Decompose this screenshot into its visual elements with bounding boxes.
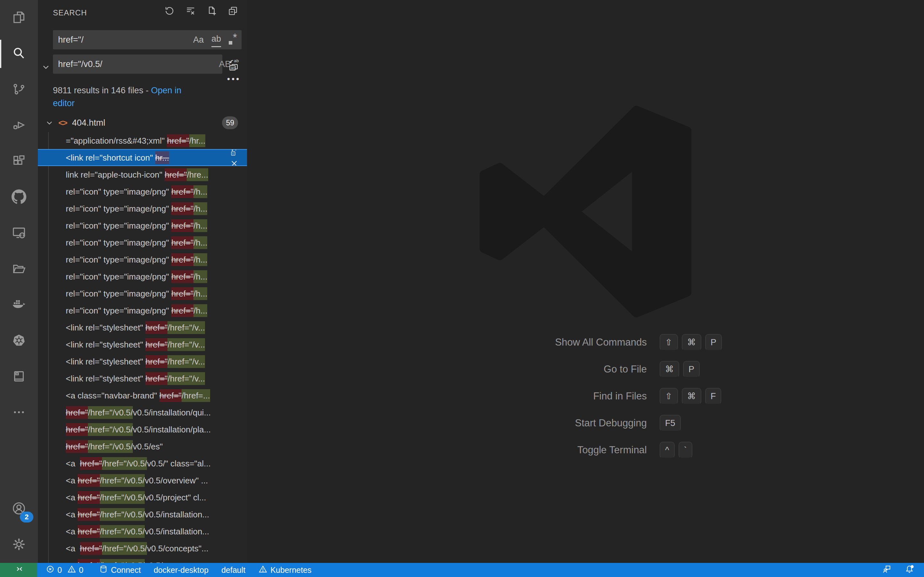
search-result-row[interactable]: rel="icon" type="image/png" href="/h... — [38, 234, 247, 251]
toggle-replace-button[interactable] — [40, 61, 52, 74]
search-result-row[interactable]: rel="icon" type="image/png" href="/h... — [38, 200, 247, 217]
feedback-icon[interactable] — [882, 564, 892, 576]
keyboard-key: F5 — [660, 415, 681, 432]
search-result-row[interactable]: rel="icon" type="image/png" href="/h... — [38, 268, 247, 285]
search-result-row[interactable]: <link rel="stylesheet" href="/href="/v..… — [38, 370, 247, 387]
result-text: rel="icon" type="image/png" — [66, 185, 171, 198]
chevron-down-icon — [41, 62, 51, 73]
inserted-text: /href="/v0.5/ — [100, 508, 145, 521]
search-result-row[interactable]: <link rel="shortcut icon" hr... b c — [38, 149, 247, 166]
keyboard-key: ⇧ — [660, 388, 678, 405]
namespace-status[interactable]: default — [221, 566, 246, 575]
search-result-row[interactable]: rel="icon" type="image/png" href="/h... — [38, 285, 247, 302]
search-result-row[interactable]: <a href="/href="/v0.5/v0.5/concepts"... — [38, 540, 247, 557]
files-icon — [11, 10, 26, 26]
dismiss-match-button[interactable] — [228, 158, 240, 166]
search-result-row[interactable]: rel="icon" type="image/png" href="/h... — [38, 183, 247, 200]
regex-dot — [229, 41, 232, 45]
search-result-row[interactable]: rel="icon" type="image/png" href="/h... — [38, 217, 247, 234]
sidebar-item-run-and-debug[interactable] — [0, 108, 38, 143]
search-result-row[interactable]: link rel="apple-touch-icon" href="/hre..… — [38, 166, 247, 183]
refresh-button[interactable] — [162, 5, 176, 19]
sidebar-item-source-control[interactable] — [0, 72, 38, 108]
sidebar-item-docker[interactable] — [0, 287, 38, 323]
removed-text: href=" — [165, 168, 187, 181]
open-new-search-editor-button[interactable] — [205, 5, 219, 19]
sidebar-item-folder-explorer[interactable] — [0, 251, 38, 287]
error-icon — [45, 564, 55, 576]
removed-text: href=" — [145, 338, 168, 351]
search-result-row[interactable]: <link rel="stylesheet" href="/href="/v..… — [38, 336, 247, 353]
match-case-toggle[interactable]: Aa — [193, 30, 204, 49]
result-text: v0.5/installation... — [145, 508, 209, 521]
result-text: <link rel="stylesheet" — [66, 372, 145, 385]
removed-text: href=" — [80, 542, 102, 555]
docker-icon — [11, 297, 26, 313]
search-result-row[interactable]: <a href="/href="/v0.5/v0.5/project" cl..… — [38, 489, 247, 506]
database-icon — [99, 564, 108, 576]
sidebar-item-github[interactable] — [0, 179, 38, 215]
result-text: v0.5/... — [145, 559, 170, 563]
sidebar-item-search[interactable] — [0, 36, 38, 72]
status-bar: 0 0 Connect docker-desktop default Kuber… — [0, 563, 924, 577]
search-result-row[interactable]: <link rel="stylesheet" href="/href="/v..… — [38, 353, 247, 370]
sidebar-item-extensions[interactable] — [0, 143, 38, 179]
search-result-row[interactable]: <link rel="stylesheet" href="/href="/v..… — [38, 319, 247, 336]
result-text: <link rel="shortcut icon" — [66, 151, 155, 164]
search-result-row[interactable]: rel="icon" type="image/png" href="/h... — [38, 251, 247, 268]
connect-status[interactable]: Connect — [99, 564, 141, 576]
sidebar-item-registries[interactable] — [0, 359, 38, 395]
clear-search-results-button[interactable] — [184, 5, 198, 19]
problems-status[interactable]: 0 0 — [45, 564, 86, 576]
search-result-row[interactable]: <a href="/href="/v0.5/v0.5/overview" ... — [38, 472, 247, 489]
result-text: v0.5/overview" ... — [145, 474, 208, 487]
remote-indicator[interactable] — [0, 563, 37, 577]
toggle-search-details-button[interactable]: ••• — [225, 73, 243, 85]
search-result-row[interactable]: <a href="/href="/v0.5/v0.5/" class="al..… — [38, 455, 247, 472]
inserted-text: /href="/v0.5/ — [88, 440, 133, 453]
file-result-row[interactable]: <> 404.html 59 — [38, 113, 247, 132]
sidebar-item-kubernetes[interactable] — [0, 323, 38, 359]
shortcut-keys: ⇧⌘P — [660, 334, 766, 351]
removed-text: href=" — [66, 406, 88, 419]
removed-text: href=" — [78, 559, 100, 563]
search-result-row[interactable]: <a href="/href="/v0.5/v0.5/installation.… — [38, 523, 247, 540]
result-text: v0.5/concepts"... — [147, 542, 208, 555]
settings-button[interactable] — [0, 527, 38, 563]
search-result-row[interactable]: href="/href="/v0.5/v0.5/es" — [38, 438, 247, 455]
search-result-row[interactable]: rel="icon" type="image/png" href="/h... — [38, 302, 247, 319]
search-result-row[interactable]: <a href="/href="/v0.5/v0.5/installation.… — [38, 506, 247, 523]
accounts-badge: 2 — [20, 512, 33, 522]
results-summary: 9811 results in 146 files - Open in edit… — [53, 84, 205, 110]
search-result-row[interactable]: href="/href="/v0.5/v0.5/installation/pla… — [38, 421, 247, 438]
replace-input[interactable] — [53, 55, 222, 74]
notifications-bell-icon[interactable] — [905, 564, 914, 576]
sidebar-item-explorer[interactable] — [0, 0, 38, 36]
sidebar-item-remote-explorer[interactable] — [0, 215, 38, 251]
collapse-all-icon — [228, 5, 238, 18]
kubernetes-status[interactable]: Kubernetes — [258, 564, 312, 576]
keyboard-key: ⇧ — [660, 334, 678, 351]
replace-all-button[interactable]: ab ac — [226, 57, 242, 73]
inserted-text: /href="/v0.5/ — [100, 474, 145, 487]
accounts-button[interactable]: 2 — [0, 491, 38, 527]
selected-match-text: hr... — [155, 151, 169, 164]
search-result-row[interactable]: <a class="navbar-brand" href="/href=... — [38, 387, 247, 404]
search-result-row[interactable]: href="/href="/v0.5/v0.5/installation/qui… — [38, 404, 247, 421]
search-result-row[interactable]: <a href="/href="/v0.5/v0.5/... — [38, 557, 247, 563]
chevron-down-icon — [45, 118, 54, 127]
search-panel: SEARCH — [38, 0, 247, 563]
result-text: <link rel="stylesheet" — [66, 355, 145, 368]
docker-context-status[interactable]: docker-desktop — [153, 566, 208, 575]
regex-toggle[interactable]: * — [229, 30, 237, 49]
replace-match-button[interactable]: b c — [228, 149, 240, 158]
collapse-all-button[interactable] — [226, 5, 240, 19]
removed-text: href=" — [171, 304, 194, 317]
result-text: <link rel="stylesheet" — [66, 338, 145, 351]
search-result-row[interactable]: ="application/rss&#43;xml" href="/hr... — [38, 132, 247, 149]
refresh-icon — [164, 5, 175, 18]
inserted-text: /href="/v0.5/ — [88, 406, 133, 419]
inserted-text: /h... — [194, 236, 207, 249]
sidebar-item-more[interactable] — [0, 395, 38, 431]
whole-word-toggle[interactable]: ab — [212, 31, 221, 47]
